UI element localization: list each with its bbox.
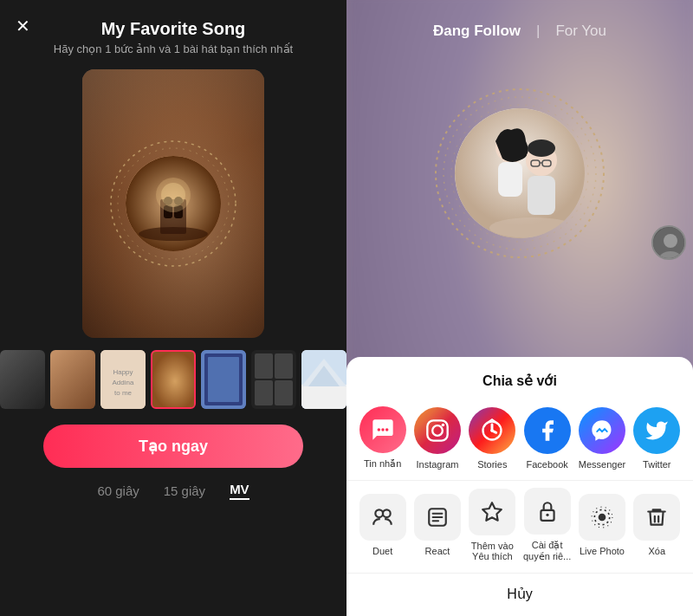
tab-mv[interactable]: MV: [230, 482, 249, 500]
delete-label: Xóa: [649, 546, 666, 556]
tin-nhan-label: Tin nhắn: [364, 458, 401, 470]
create-button[interactable]: Tạo ngay: [43, 425, 303, 468]
tin-nhan-icon: [359, 406, 406, 453]
share-add-favorite[interactable]: Thêm vào Yêu thích: [468, 489, 516, 561]
svg-point-54: [599, 514, 606, 522]
photo-thumb-3[interactable]: Happy Addina to me: [100, 350, 146, 409]
create-button-label: Tạo ngay: [139, 437, 208, 456]
svg-point-39: [377, 428, 380, 431]
share-stories[interactable]: Stories: [468, 407, 516, 470]
favorite-icon: [469, 489, 515, 535]
share-delete[interactable]: Xóa: [632, 494, 681, 556]
react-svg: [426, 506, 449, 528]
svg-point-50: [383, 509, 391, 517]
share-twitter[interactable]: Twitter: [632, 407, 681, 470]
svg-point-30: [528, 139, 555, 157]
share-live-photo[interactable]: Live Photo: [578, 494, 626, 556]
facebook-icon: [524, 407, 571, 454]
messenger-icon: [579, 407, 625, 454]
photo-thumb-6[interactable]: [251, 350, 296, 409]
photo-thumb-1[interactable]: [0, 350, 45, 409]
share-privacy[interactable]: Cài đặt quyền riê...: [523, 488, 572, 562]
share-instagram[interactable]: Instagram: [413, 407, 462, 470]
thumb-3-svg: Happy Addina to me: [100, 350, 146, 409]
cancel-button[interactable]: Hủy: [346, 573, 693, 609]
svg-point-44: [442, 423, 445, 426]
stories-svg: [480, 418, 504, 443]
vinyl-photo: [126, 156, 221, 251]
chat-icon: [371, 418, 395, 442]
share-row-1: Tin nhắn Instagram: [346, 399, 693, 477]
vinyl-container: [108, 139, 238, 269]
star-svg: [481, 501, 503, 523]
svg-rect-15: [152, 352, 196, 409]
tab-for-you[interactable]: For You: [555, 23, 606, 40]
svg-rect-28: [498, 162, 522, 197]
favorite-label: Thêm vào Yêu thích: [471, 541, 514, 561]
share-row-2: Duet React Thêm vào Yêu: [346, 480, 693, 569]
tab-separator: |: [536, 23, 540, 40]
instagram-label: Instagram: [417, 459, 459, 470]
thumb-6-cell-2: [275, 353, 293, 379]
right-header: Đang Follow | For You: [346, 0, 693, 50]
svg-rect-18: [208, 357, 239, 402]
share-facebook[interactable]: Facebook: [523, 407, 572, 470]
twitter-svg: [644, 418, 669, 443]
react-label: React: [425, 546, 450, 556]
live-photo-label: Live Photo: [580, 546, 625, 556]
share-title: Chia sẻ với: [346, 357, 693, 399]
photo-strip: Happy Addina to me: [0, 350, 355, 409]
svg-point-43: [432, 425, 443, 436]
duet-svg: [372, 506, 394, 528]
share-duet[interactable]: Duet: [359, 494, 407, 556]
couple-photo: [455, 108, 585, 238]
right-vinyl: [433, 87, 606, 260]
share-messenger[interactable]: Messenger: [578, 407, 626, 470]
react-icon: [414, 494, 461, 541]
delete-icon: [633, 494, 680, 541]
facebook-svg: [535, 418, 560, 443]
tab-15s[interactable]: 15 giây: [164, 483, 205, 498]
svg-point-49: [375, 509, 383, 517]
twitter-label: Twitter: [643, 459, 670, 470]
duet-label: Duet: [372, 546, 392, 556]
svg-text:Happy: Happy: [113, 368, 133, 376]
svg-point-37: [664, 234, 677, 248]
tab-dang-follow[interactable]: Đang Follow: [433, 23, 521, 40]
right-vinyl-area: [433, 87, 606, 260]
page-subtitle: Hãy chọn 1 bức ảnh và 1 bài hát bạn thíc…: [54, 42, 293, 55]
messenger-label: Messenger: [579, 459, 625, 470]
share-react[interactable]: React: [413, 494, 462, 556]
svg-text:Addina: Addina: [113, 379, 134, 386]
small-avatar: [651, 225, 686, 260]
lock-svg: [536, 500, 559, 522]
photo-thumb-7[interactable]: [301, 350, 346, 409]
photo-thumb-5[interactable]: [201, 350, 246, 409]
photo-silhouette: [126, 156, 221, 251]
photo-thumb-2[interactable]: [50, 350, 95, 409]
photo-thumb-4[interactable]: [151, 350, 196, 409]
share-tin-nhan[interactable]: Tin nhắn: [359, 406, 407, 470]
tab-60s[interactable]: 60 giây: [97, 483, 139, 498]
thumb-5-svg: [201, 350, 246, 409]
page-title: My Favorite Song: [101, 19, 246, 39]
thumb-4-svg: [152, 352, 196, 409]
twitter-icon: [633, 407, 680, 454]
stories-icon: [469, 407, 515, 454]
privacy-label: Cài đặt quyền riê...: [523, 540, 571, 562]
privacy-icon: [524, 488, 571, 535]
svg-point-10: [161, 183, 185, 207]
share-sheet: Chia sẻ với Tin nhắn: [346, 357, 693, 616]
instagram-icon: [414, 407, 461, 454]
thumb-7-svg: [301, 350, 346, 409]
left-panel: ✕ My Favorite Song Hãy chọn 1 bức ảnh và…: [0, 0, 346, 616]
live-photo-icon: [579, 494, 625, 541]
duration-tabs: 60 giây 15 giây MV: [97, 482, 249, 500]
close-button[interactable]: ✕: [16, 16, 30, 36]
stories-label: Stories: [477, 459, 507, 470]
trash-svg: [645, 506, 668, 528]
svg-point-53: [546, 514, 548, 516]
facebook-label: Facebook: [526, 459, 567, 470]
main-preview: [82, 69, 264, 338]
thumb-6-cell-3: [255, 380, 273, 405]
